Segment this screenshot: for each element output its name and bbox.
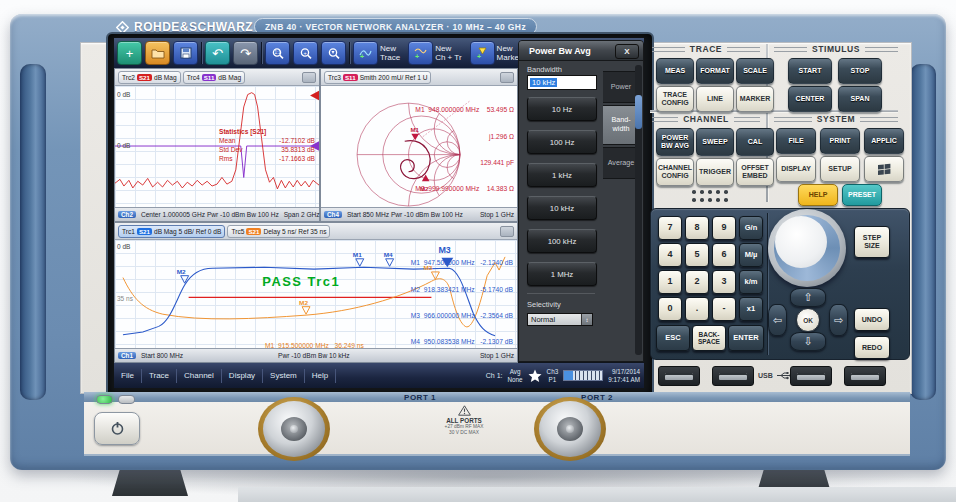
key-4[interactable]: 4 (658, 243, 682, 267)
diagram1-footer: Ch2 Center 1.000005 GHz Pwr -10 dBm Bw 1… (115, 207, 319, 221)
menu-system[interactable]: System (263, 369, 305, 383)
zoom-select-icon[interactable]: + (293, 41, 318, 65)
desk-shadow-band (238, 487, 956, 502)
key-redo[interactable]: REDO (854, 336, 890, 359)
power-bw-text: Pwr -10 dBm Bw 10 kHz (278, 352, 349, 359)
key-8[interactable]: 8 (685, 216, 709, 240)
key-unit-km[interactable]: k/m (739, 270, 763, 294)
key-unit-gn[interactable]: G/n (739, 216, 763, 240)
trace-tab-trc3[interactable]: Trc3S11Smith 200 mU/ Ref 1 U (324, 71, 431, 84)
rotary-knob[interactable] (768, 209, 846, 287)
key-center[interactable]: CENTER (788, 86, 832, 112)
key-enter[interactable]: ENTER (728, 325, 764, 351)
trace-tab-trc5[interactable]: Trc5S21Delay 5 ns/ Ref 35 ns (227, 225, 330, 238)
zoom-marker-icon[interactable] (321, 41, 346, 65)
open-recall-icon[interactable] (145, 41, 170, 65)
trace-tab-trc2[interactable]: Trc2S21dB Mag (118, 71, 181, 84)
save-icon[interactable] (173, 41, 198, 65)
key-unit-mu[interactable]: M/µ (739, 243, 763, 267)
key-windows[interactable] (864, 156, 904, 182)
bandwidth-100khz-button[interactable]: 100 kHz (527, 229, 597, 253)
power-button[interactable] (94, 412, 140, 445)
key-power-bw-avg[interactable]: POWER BW AVG (656, 128, 694, 156)
key-meas[interactable]: MEAS (656, 58, 694, 84)
key-stop[interactable]: STOP (838, 58, 882, 84)
panel-scrollbar[interactable] (635, 65, 642, 355)
key-preset[interactable]: PRESET (842, 184, 882, 206)
toolbar-separator (261, 42, 262, 64)
diagram-maximize-icon[interactable] (500, 72, 514, 83)
diagram-maximize-icon[interactable] (302, 72, 316, 83)
key-print[interactable]: PRINT (820, 128, 860, 154)
ref-level-label-red: 0 dB (117, 91, 130, 98)
arrow-up-key[interactable]: ⇧ (790, 288, 826, 307)
key-channel-config[interactable]: CHANNEL CONFIG (656, 158, 694, 186)
key-scale[interactable]: SCALE (736, 58, 774, 84)
key-marker[interactable]: MARKER (736, 86, 774, 112)
usb-port-1 (658, 366, 700, 386)
key-file[interactable]: FILE (776, 128, 816, 154)
add-trace-icon[interactable]: + (117, 41, 142, 65)
bandwidth-1mhz-button[interactable]: 1 MHz (527, 262, 597, 286)
key-applic[interactable]: APPLIC (864, 128, 904, 154)
menu-channel[interactable]: Channel (177, 369, 222, 383)
key-step-size[interactable]: STEP SIZE (854, 226, 890, 258)
star-icon[interactable] (528, 369, 542, 383)
close-icon[interactable]: X (615, 44, 639, 59)
key-2[interactable]: 2 (685, 270, 709, 294)
menu-help[interactable]: Help (305, 369, 336, 383)
key-minus[interactable]: - (712, 297, 736, 321)
key-x1[interactable]: x1 (739, 297, 763, 321)
menu-display[interactable]: Display (222, 369, 263, 383)
ref-level-label-orange: 35 ns (117, 295, 133, 302)
undo-icon[interactable]: ↶ (205, 41, 230, 65)
key-0[interactable]: 0 (658, 297, 682, 321)
key-trace-config[interactable]: TRACE CONFIG (656, 86, 694, 112)
key-1[interactable]: 1 (658, 270, 682, 294)
trace-tab-trc4[interactable]: Trc4S11dB Mag (183, 71, 245, 84)
key-9[interactable]: 9 (712, 216, 736, 240)
key-backspace[interactable]: BACK- SPACE (692, 325, 726, 351)
key-esc[interactable]: ESC (656, 325, 690, 351)
panel-scrollbar-thumb[interactable] (635, 95, 642, 129)
arrow-left-key[interactable]: ⇦ (768, 304, 787, 336)
bandwidth-input[interactable]: 10 kHz (527, 75, 597, 90)
arrow-down-key[interactable]: ⇩ (790, 332, 826, 351)
key-offset-embed[interactable]: OFFSET EMBED (736, 158, 774, 186)
bandwidth-10khz-button[interactable]: 10 kHz (527, 196, 597, 220)
key-7[interactable]: 7 (658, 216, 682, 240)
key-start[interactable]: START (788, 58, 832, 84)
key-display[interactable]: DISPLAY (776, 156, 816, 182)
arrow-right-key[interactable]: ⇨ (829, 304, 848, 336)
spinner-icon[interactable]: ↕ (581, 314, 592, 325)
ok-key[interactable]: OK (796, 308, 820, 332)
section-header-system: SYSTEM (774, 114, 898, 124)
key-6[interactable]: 6 (712, 243, 736, 267)
key-help[interactable]: HELP (798, 184, 838, 206)
new-trace-button[interactable]: + New Trace (353, 41, 405, 65)
bandwidth-1khz-button[interactable]: 1 kHz (527, 163, 597, 187)
key-trigger[interactable]: TRIGGER (696, 158, 734, 186)
bandwidth-10hz-button[interactable]: 10 Hz (527, 97, 597, 121)
key-dot[interactable]: . (685, 297, 709, 321)
active-channel-label: Ch 1: (486, 372, 503, 379)
new-channel-trace-button[interactable]: + New Ch + Tr (408, 41, 466, 65)
menu-trace[interactable]: Trace (142, 369, 177, 383)
diagram-maximize-icon[interactable] (500, 226, 514, 237)
key-setup[interactable]: SETUP (820, 156, 860, 182)
key-undo[interactable]: UNDO (854, 308, 890, 331)
trace-tab-trc1[interactable]: Trc1S21dB Mag 5 dB/ Ref 0 dB (118, 225, 225, 238)
key-span[interactable]: SPAN (838, 86, 882, 112)
key-format[interactable]: FORMAT (696, 58, 734, 84)
key-cal[interactable]: CAL (736, 128, 774, 156)
selectivity-dropdown[interactable]: Normal↕ (527, 313, 593, 326)
key-line[interactable]: LINE (696, 86, 734, 112)
key-sweep[interactable]: SWEEP (696, 128, 734, 156)
redo-icon[interactable]: ↷ (233, 41, 258, 65)
bandwidth-100hz-button[interactable]: 100 Hz (527, 130, 597, 154)
zoom-reset-icon[interactable]: 1:1 (265, 41, 290, 65)
key-3[interactable]: 3 (712, 270, 736, 294)
channel-chip: Ch4 (324, 211, 342, 218)
menu-file[interactable]: File (114, 369, 142, 383)
key-5[interactable]: 5 (685, 243, 709, 267)
